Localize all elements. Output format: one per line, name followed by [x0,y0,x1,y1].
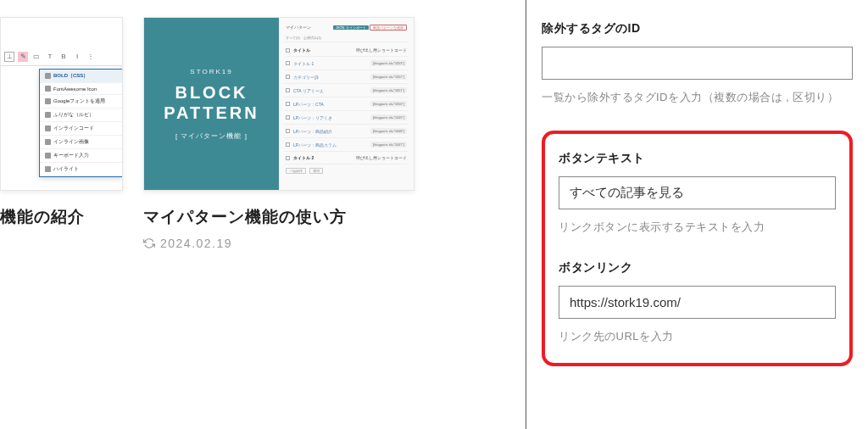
thumb-main-title: BLOCK PATTERN [153,82,270,123]
list-footer: 一括操作 適用 [284,164,409,174]
dropdown-item: ふりがな（ルビ） [40,109,123,122]
dropdown-item: インライン画像 [40,136,123,149]
dropdown-label: インライン画像 [53,138,89,146]
highlighted-settings: ボタンテキスト リンクボタンに表示するテキストを入力 ボタンリンク リンク先のU… [542,131,853,366]
dropdown-item: ハイライト [40,163,123,176]
dropdown-item: キーボード入力 [40,149,123,163]
button-link-input[interactable] [559,286,836,319]
list-row: LPパーツ：CTA[blogparts id="5050"] [284,98,409,111]
editor-toolbar: ⊥ ✎ ▭ T B I ⋮ [1,47,122,66]
format-dropdown: BOLD（CSS） FontAwesome Icon Googleフォントを適用… [39,69,123,177]
dropdown-item: FontAwesome Icon [40,83,123,95]
settings-sidebar: 除外するタグのID 一覧から除外するタグIDを入力（複数の場合は , 区切り） … [526,0,868,429]
import-badge: JSON をインポート [333,25,369,30]
article-title: 機能の紹介 [0,206,123,228]
exclude-tag-input[interactable] [542,47,853,80]
field-label: ボタンテキスト [559,151,836,166]
list-row: カテゴリー詳[blogparts id="5052"] [284,70,409,84]
toolbar-item: B [58,52,69,62]
list-row: LPパーツ：リアくさ[blogparts id="5049"] [284,111,409,125]
exclude-tag-field-group: 除外するタグのID 一覧から除外するタグIDを入力（複数の場合は , 区切り） [542,21,853,107]
add-badge: 新規パターンを追加 [370,25,407,31]
field-help: リンクボタンに表示するテキストを入力 [559,218,836,237]
dropdown-label: BOLD（CSS） [53,72,88,80]
thumb-brand-panel: STORK19 BLOCK PATTERN [ マイパターン機能 ] [144,18,279,190]
article-card[interactable]: STORK19 BLOCK PATTERN [ マイパターン機能 ] マイパター… [143,17,415,429]
list-header: マイパターン JSON をインポート 新規パターンを追加 [284,23,409,31]
button-text-field-group: ボタンテキスト リンクボタンに表示するテキストを入力 [559,151,836,237]
dropdown-item: Googleフォントを適用 [40,95,123,109]
article-title: マイパターン機能の使い方 [143,206,415,228]
toolbar-item-active: ✎ [18,52,28,62]
content-cards: ⊥ ✎ ▭ T B I ⋮ BOLD（CSS） FontAwesome Icon… [0,0,526,429]
brand-name: STORK19 [190,68,232,75]
article-date: 2024.02.19 [143,237,415,250]
field-help: リンク先のURLを入力 [559,327,836,346]
field-label: ボタンリンク [559,260,836,276]
list-header-title: マイパターン [286,25,311,30]
dropdown-item: BOLD（CSS） [40,70,123,83]
list-row: タイトル 2呼び出し用ショートコード [284,152,409,164]
list-header-row: タイトル 呼び出し用ショートコード [284,44,409,57]
dropdown-label: ふりがな（ルビ） [53,111,94,119]
update-icon [143,237,155,249]
dropdown-label: Googleフォントを適用 [53,98,105,105]
dropdown-label: ハイライト [53,165,79,173]
button-text-input[interactable] [559,176,836,209]
list-subheader: すべて(1) 公開済み(1) [284,34,409,42]
toolbar-item: ⊥ [4,52,14,62]
list-row: CTA リアくーえ[blogparts id="5051"] [284,84,409,98]
list-row: LPパーツ：商品紹介[blogparts id="5048"] [284,125,409,138]
thumb-list-panel: マイパターン JSON をインポート 新規パターンを追加 すべて(1) 公開済み… [279,18,414,190]
dropdown-label: キーボード入力 [53,152,89,159]
button-link-field-group: ボタンリンク リンク先のURLを入力 [559,260,836,346]
list-row: LPパーツ：商品カラム[blogparts id="5047"] [284,138,409,152]
field-label: 除外するタグのID [542,21,853,36]
toolbar-item: ⋮ [86,52,96,62]
dropdown-label: FontAwesome Icon [53,86,97,92]
list-row: タイトル 1[blogparts id="5053"] [284,57,409,70]
toolbar-item: ▭ [31,52,42,62]
article-card[interactable]: ⊥ ✎ ▭ T B I ⋮ BOLD（CSS） FontAwesome Icon… [0,17,123,429]
article-thumbnail: STORK19 BLOCK PATTERN [ マイパターン機能 ] マイパター… [143,17,415,191]
article-thumbnail: ⊥ ✎ ▭ T B I ⋮ BOLD（CSS） FontAwesome Icon… [0,17,123,191]
dropdown-item: インラインコード [40,122,123,136]
thumb-subtitle: [ マイパターン機能 ] [175,131,248,141]
date-text: 2024.02.19 [160,237,232,250]
dropdown-label: インラインコード [53,125,94,132]
toolbar-item: T [45,52,55,62]
toolbar-item: I [72,52,82,62]
field-help: 一覧から除外するタグIDを入力（複数の場合は , 区切り） [542,88,853,107]
